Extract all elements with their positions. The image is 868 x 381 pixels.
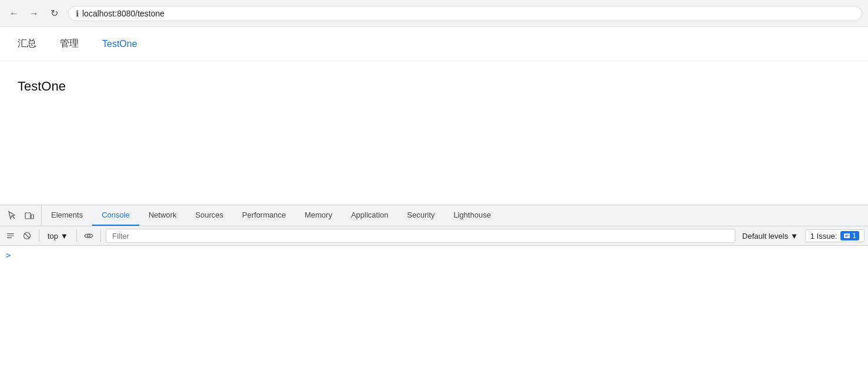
site-nav: 汇总 管理 TestOne [0, 27, 868, 61]
tab-elements[interactable]: Elements [42, 205, 92, 226]
devtools-toolbar: Elements Console Network Sources Perform… [0, 205, 868, 226]
default-levels-dropdown-icon: ▼ [790, 232, 798, 240]
website-content: 汇总 管理 TestOne TestOne [0, 27, 868, 205]
tab-application[interactable]: Application [342, 205, 398, 226]
eye-button[interactable] [82, 229, 96, 243]
svg-line-7 [25, 233, 29, 238]
svg-rect-4 [7, 235, 14, 236]
console-prompt[interactable]: > [0, 248, 868, 262]
page-title: TestOne [18, 79, 850, 94]
svg-rect-9 [844, 233, 850, 238]
tab-lighthouse[interactable]: Lighthouse [444, 205, 500, 226]
tab-sources[interactable]: Sources [186, 205, 233, 226]
info-icon: ℹ [76, 9, 79, 18]
divider-3 [100, 230, 101, 242]
svg-rect-5 [7, 238, 12, 238]
filter-input[interactable] [109, 230, 732, 242]
default-levels-button[interactable]: Default levels ▼ [738, 230, 803, 242]
inspect-element-button[interactable] [4, 208, 20, 224]
console-prompt-symbol: > [6, 250, 11, 260]
top-label: top [48, 232, 58, 240]
divider-2 [76, 230, 77, 242]
tab-performance[interactable]: Performance [233, 205, 295, 226]
site-main: TestOne [0, 61, 868, 205]
tab-console[interactable]: Console [92, 205, 139, 226]
tab-memory[interactable]: Memory [295, 205, 342, 226]
issue-badge[interactable]: 1 Issue: 1 [805, 229, 864, 242]
filter-box[interactable] [106, 229, 735, 243]
console-toolbar: top ▼ Default levels ▼ 1 Issue: [0, 226, 868, 246]
devtools-icon-group [0, 205, 42, 226]
browser-chrome: ← → ↻ ℹ localhost:8080/testone [0, 0, 868, 27]
block-icon-button[interactable] [20, 229, 34, 243]
device-toolbar-button[interactable] [21, 208, 38, 224]
top-dropdown-icon: ▼ [60, 232, 68, 240]
address-bar[interactable]: ℹ localhost:8080/testone [68, 6, 862, 21]
nav-item-testone[interactable]: TestOne [102, 39, 137, 49]
devtools-tabs: Elements Console Network Sources Perform… [42, 205, 868, 226]
nav-item-guanli[interactable]: 管理 [60, 38, 79, 50]
clear-console-button[interactable] [4, 229, 18, 243]
issue-count-badge: 1 [840, 231, 859, 240]
devtools-panel: Elements Console Network Sources Perform… [0, 205, 868, 381]
tab-security[interactable]: Security [398, 205, 444, 226]
svg-rect-1 [25, 213, 31, 219]
svg-point-8 [88, 235, 90, 237]
tab-network[interactable]: Network [139, 205, 186, 226]
default-levels-label: Default levels [742, 232, 788, 240]
svg-line-0 [12, 216, 15, 219]
svg-rect-2 [31, 215, 33, 219]
svg-rect-3 [7, 233, 14, 234]
top-context-selector[interactable]: top ▼ [44, 230, 72, 242]
url-text: localhost:8080/testone [82, 9, 164, 18]
reload-button[interactable]: ↻ [46, 5, 62, 22]
forward-button[interactable]: → [26, 5, 42, 22]
console-output[interactable]: > [0, 246, 868, 381]
issue-label: 1 Issue: [810, 232, 837, 240]
nav-item-huizong[interactable]: 汇总 [18, 38, 36, 50]
divider-1 [39, 230, 39, 242]
nav-buttons: ← → ↻ [6, 5, 62, 22]
back-button[interactable]: ← [6, 5, 22, 22]
